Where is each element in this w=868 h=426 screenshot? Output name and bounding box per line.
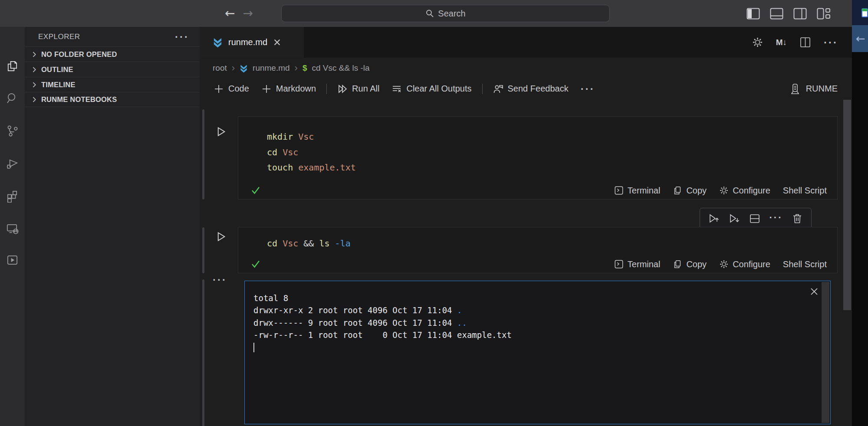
tab-label: runme.md (228, 37, 267, 47)
breadcrumb-command[interactable]: cd Vsc && ls -la (312, 63, 370, 73)
command-center-search[interactable]: Search (281, 5, 610, 22)
sidebar-section-outline[interactable]: OUTLINE (25, 62, 200, 77)
copy-button[interactable]: Copy (669, 259, 710, 269)
toolbar-divider (482, 84, 483, 94)
breadcrumb-symbol-icon: $ (302, 63, 307, 73)
explorer-sidebar: EXPLORER ··· NO FOLDER OPENED OUTLINE TI… (25, 27, 200, 426)
explorer-icon[interactable] (6, 59, 19, 72)
cell-output-terminal[interactable]: total 8drwxr-xr-x 2 root root 4096 Oct 1… (244, 281, 831, 424)
cell-hover-toolbar: ··· (700, 208, 812, 229)
copy-icon (673, 186, 682, 195)
source-control-icon[interactable] (6, 124, 19, 138)
run-cell-button[interactable] (215, 126, 227, 138)
tab-runme-md[interactable]: runme.md (200, 27, 304, 58)
breadcrumb-root[interactable]: root (213, 63, 227, 73)
add-code-cell-button[interactable]: Code (207, 84, 255, 94)
chevron-right-icon (30, 51, 38, 58)
close-tab-icon[interactable] (273, 38, 281, 46)
copy-button[interactable]: Copy (669, 186, 710, 196)
toggle-primary-sidebar-icon[interactable] (746, 8, 760, 20)
button-label: Code (228, 84, 249, 94)
run-cell-button[interactable] (215, 231, 227, 242)
cell-focus-indicator[interactable] (202, 279, 204, 426)
plus-icon (261, 84, 272, 94)
back-arrow-icon: ← (856, 33, 865, 44)
settings-gear-icon[interactable] (752, 37, 763, 48)
brand-label: RUNME (806, 84, 838, 94)
background-window-header (852, 0, 868, 25)
toggle-panel-icon[interactable] (770, 8, 783, 20)
runme-notebook-icon[interactable] (6, 253, 19, 267)
editor-group: runme.md M↓ ··· (200, 27, 852, 426)
delete-cell-icon[interactable] (792, 213, 803, 224)
action-label: Shell Script (783, 186, 827, 196)
customize-layout-icon[interactable] (817, 8, 830, 20)
runme-brand-button[interactable]: RUNME (789, 83, 838, 95)
history-forward-button[interactable]: → (243, 7, 253, 20)
plus-icon (214, 84, 224, 94)
button-label: Send Feedback (508, 84, 569, 94)
extensions-icon[interactable] (6, 189, 19, 203)
breadcrumb-separator: › (295, 62, 298, 74)
execute-cell-and-below-icon[interactable] (729, 213, 740, 224)
history-back-button[interactable]: ← (225, 7, 235, 20)
editor-scrollbar[interactable] (843, 100, 851, 310)
run-all-button[interactable]: Run All (331, 84, 385, 94)
section-label: OUTLINE (41, 66, 73, 74)
add-markdown-cell-button[interactable]: Markdown (255, 84, 322, 94)
configure-button[interactable]: Configure (716, 186, 774, 196)
search-icon (425, 9, 434, 18)
open-terminal-button[interactable]: Terminal (611, 186, 664, 196)
output-scrollbar[interactable] (822, 282, 829, 423)
cell-focus-indicator[interactable] (202, 227, 204, 273)
vscode-window: ← → Search (0, 0, 868, 426)
notebook-toolbar: Code Markdown Run All Clear All Outputs … (200, 79, 852, 99)
run-and-debug-icon[interactable] (6, 157, 19, 170)
tab-bar: runme.md M↓ ··· (200, 27, 852, 58)
action-label: Configure (733, 186, 770, 196)
button-label: Run All (352, 84, 379, 94)
runme-brand-icon (789, 83, 801, 95)
activity-bar (0, 27, 25, 426)
cell-status-bar: Terminal Copy Configure Shell Script (238, 256, 837, 273)
clear-all-outputs-button[interactable]: Clear All Outputs (385, 84, 477, 94)
cell-focus-indicator[interactable] (202, 109, 204, 200)
button-label: Markdown (276, 84, 316, 94)
close-output-icon[interactable] (809, 287, 819, 296)
breadcrumb-file[interactable]: runme.md (253, 63, 290, 73)
cell-language-label[interactable]: Shell Script (779, 259, 830, 269)
execute-above-cells-icon[interactable] (708, 213, 720, 224)
calendar-icon (861, 8, 868, 17)
gear-icon (719, 259, 729, 269)
button-label: Clear All Outputs (406, 84, 471, 94)
runme-logo-icon (240, 64, 248, 72)
success-check-icon (250, 259, 261, 269)
search-icon[interactable] (6, 92, 19, 105)
section-label: RUNME NOTEBOOKS (41, 95, 117, 104)
section-label: NO FOLDER OPENED (41, 50, 117, 59)
sidebar-section-no-folder-opened[interactable]: NO FOLDER OPENED (25, 46, 200, 62)
configure-button[interactable]: Configure (716, 259, 774, 269)
remote-explorer-icon[interactable] (6, 222, 19, 235)
sidebar-section-runme-notebooks[interactable]: RUNME NOTEBOOKS (25, 92, 200, 107)
code-cell[interactable]: mkdir Vsccd Vsctouch example.txt Termina… (238, 116, 838, 200)
cell-language-label[interactable]: Shell Script (779, 186, 830, 196)
toggle-secondary-sidebar-icon[interactable] (793, 8, 807, 20)
chevron-right-icon (30, 96, 38, 103)
action-label: Configure (733, 259, 770, 269)
code-cell[interactable]: cd Vsc && ls -la Terminal Copy (238, 227, 838, 273)
cell-code[interactable]: mkdir Vsccd Vsctouch example.txt (238, 117, 837, 176)
send-feedback-button[interactable]: Send Feedback (487, 84, 575, 94)
terminal-icon (614, 259, 624, 269)
action-label: Shell Script (783, 259, 827, 269)
cell-code[interactable]: cd Vsc && ls -la (238, 227, 837, 252)
sidebar-section-timeline[interactable]: TIMELINE (25, 77, 200, 92)
split-editor-icon[interactable] (800, 37, 811, 48)
cell-more-actions-icon[interactable]: ··· (769, 215, 783, 223)
chevron-right-icon (30, 81, 38, 88)
run-all-icon (337, 84, 348, 94)
open-markdown-preview-icon[interactable]: M↓ (776, 38, 787, 47)
open-terminal-button[interactable]: Terminal (611, 259, 664, 269)
split-cell-icon[interactable] (749, 213, 760, 224)
search-placeholder: Search (438, 9, 465, 19)
